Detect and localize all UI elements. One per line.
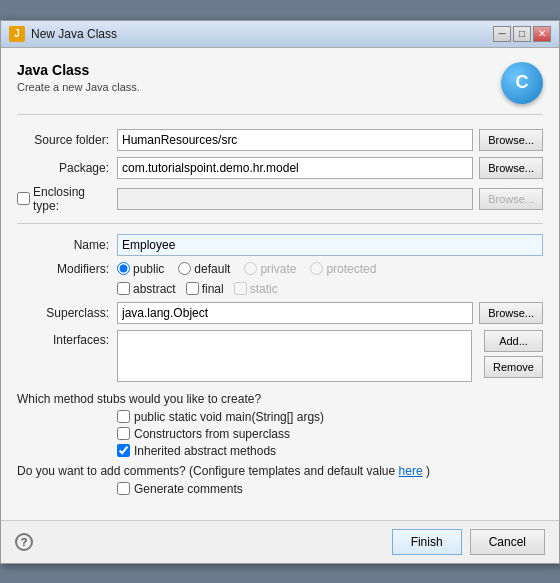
- logo-circle: C: [501, 62, 543, 104]
- dialog-title: Java Class: [17, 62, 140, 78]
- superclass-label: Superclass:: [17, 306, 117, 320]
- separator-1: [17, 223, 543, 224]
- interfaces-add-button[interactable]: Add...: [484, 330, 543, 352]
- stub-item-main: public static void main(String[] args): [117, 410, 543, 424]
- final-checkbox[interactable]: [186, 282, 199, 295]
- source-folder-browse-button[interactable]: Browse...: [479, 129, 543, 151]
- stub-main-checkbox[interactable]: [117, 410, 130, 423]
- private-modifier[interactable]: private: [244, 262, 296, 276]
- cancel-button[interactable]: Cancel: [470, 529, 545, 555]
- stubs-section: Which method stubs would you like to cre…: [17, 392, 543, 458]
- comments-title-row: Do you want to add comments? (Configure …: [17, 464, 543, 478]
- default-modifier[interactable]: default: [178, 262, 230, 276]
- header-text: Java Class Create a new Java class.: [17, 62, 140, 93]
- source-folder-label: Source folder:: [17, 133, 117, 147]
- stub-constructors-checkbox[interactable]: [117, 427, 130, 440]
- stub-item-constructors: Constructors from superclass: [117, 427, 543, 441]
- stub-inherited-checkbox[interactable]: [117, 444, 130, 457]
- comments-title-text: Do you want to add comments? (Configure …: [17, 464, 395, 478]
- stub-item-inherited: Inherited abstract methods: [117, 444, 543, 458]
- enclosing-type-label: Enclosing type:: [33, 185, 109, 213]
- name-row: Name:: [17, 234, 543, 256]
- private-radio[interactable]: [244, 262, 257, 275]
- static-modifier[interactable]: static: [234, 282, 278, 296]
- superclass-browse-button[interactable]: Browse...: [479, 302, 543, 324]
- modifiers-row-1: Modifiers: public default private: [17, 262, 543, 276]
- minimize-button[interactable]: ─: [493, 26, 511, 42]
- enclosing-type-input[interactable]: [117, 188, 473, 210]
- name-input[interactable]: [117, 234, 543, 256]
- name-label: Name:: [17, 238, 117, 252]
- other-modifiers-group: abstract final static: [117, 282, 543, 296]
- interfaces-remove-button[interactable]: Remove: [484, 356, 543, 378]
- comments-config-link[interactable]: here: [399, 464, 423, 478]
- package-input[interactable]: [117, 157, 473, 179]
- protected-radio[interactable]: [310, 262, 323, 275]
- enclosing-type-checkbox[interactable]: [17, 192, 30, 205]
- generate-comments-row: Generate comments: [117, 482, 543, 496]
- window-icon: J: [9, 26, 25, 42]
- enclosing-type-row: Enclosing type: Browse...: [17, 185, 543, 213]
- finish-button[interactable]: Finish: [392, 529, 462, 555]
- final-modifier[interactable]: final: [186, 282, 224, 296]
- interfaces-textarea[interactable]: [117, 330, 472, 382]
- modifiers-label: Modifiers:: [17, 262, 117, 276]
- window-title: New Java Class: [31, 27, 117, 41]
- package-label: Package:: [17, 161, 117, 175]
- access-modifiers-group: public default private protected: [117, 262, 543, 276]
- maximize-button[interactable]: □: [513, 26, 531, 42]
- close-button[interactable]: ✕: [533, 26, 551, 42]
- abstract-modifier[interactable]: abstract: [117, 282, 176, 296]
- stub-main-label: public static void main(String[] args): [134, 410, 324, 424]
- generate-comments-label: Generate comments: [134, 482, 243, 496]
- comments-suffix: ): [426, 464, 430, 478]
- package-browse-button[interactable]: Browse...: [479, 157, 543, 179]
- modifiers-section: Modifiers: public default private: [17, 262, 543, 296]
- stub-inherited-label: Inherited abstract methods: [134, 444, 276, 458]
- dialog-footer: ? Finish Cancel: [1, 520, 559, 563]
- enclosing-type-browse-button[interactable]: Browse...: [479, 188, 543, 210]
- title-buttons: ─ □ ✕: [493, 26, 551, 42]
- public-modifier[interactable]: public: [117, 262, 164, 276]
- interfaces-buttons: Add... Remove: [478, 330, 543, 378]
- stubs-title: Which method stubs would you like to cre…: [17, 392, 543, 406]
- source-folder-input[interactable]: [117, 129, 473, 151]
- superclass-row: Superclass: Browse...: [17, 302, 543, 324]
- generate-comments-checkbox[interactable]: [117, 482, 130, 495]
- interfaces-label: Interfaces:: [17, 330, 117, 347]
- source-folder-row: Source folder: Browse...: [17, 129, 543, 151]
- public-radio[interactable]: [117, 262, 130, 275]
- interfaces-row: Interfaces: Add... Remove: [17, 330, 543, 382]
- comments-section: Do you want to add comments? (Configure …: [17, 464, 543, 496]
- default-radio[interactable]: [178, 262, 191, 275]
- abstract-checkbox[interactable]: [117, 282, 130, 295]
- title-bar-left: J New Java Class: [9, 26, 117, 42]
- header-section: Java Class Create a new Java class. C: [17, 62, 543, 115]
- dialog-content: Java Class Create a new Java class. C So…: [1, 48, 559, 520]
- package-row: Package: Browse...: [17, 157, 543, 179]
- superclass-input[interactable]: [117, 302, 473, 324]
- new-java-class-dialog: J New Java Class ─ □ ✕ Java Class Create…: [0, 20, 560, 564]
- static-checkbox[interactable]: [234, 282, 247, 295]
- protected-modifier[interactable]: protected: [310, 262, 376, 276]
- help-button[interactable]: ?: [15, 533, 33, 551]
- dialog-subtitle: Create a new Java class.: [17, 81, 140, 93]
- footer-buttons: Finish Cancel: [392, 529, 545, 555]
- stub-constructors-label: Constructors from superclass: [134, 427, 290, 441]
- title-bar: J New Java Class ─ □ ✕: [1, 21, 559, 48]
